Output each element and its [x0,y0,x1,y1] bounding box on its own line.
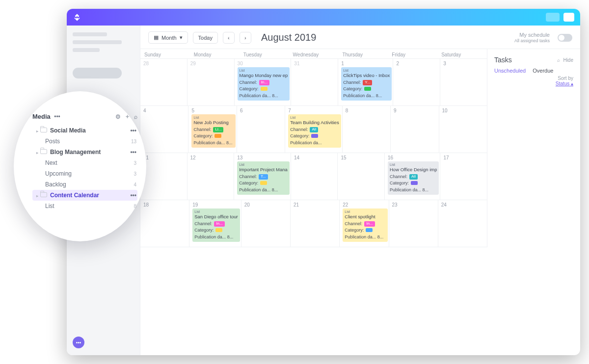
task-list-label: List [345,209,385,214]
day-cell[interactable]: 12 [187,153,235,200]
more-icon[interactable]: ••• [53,113,60,120]
task-card[interactable]: ListHow Office Design impChannel: AllCat… [388,161,439,195]
day-cell[interactable]: 1ListClickTips video - InboxChannel: Y..… [338,59,393,105]
task-card[interactable]: ListImportant Project ManaChannel: T...C… [237,161,290,195]
day-cell[interactable]: 4 [140,106,188,153]
day-cell[interactable]: 10 [439,106,487,153]
tab-unscheduled[interactable]: Unscheduled [494,68,526,74]
list-item[interactable]: Upcoming3 [32,168,137,179]
task-channel: Channel: In... [345,221,385,227]
task-card[interactable]: ListSan Diego office tourChannel: In...C… [192,208,240,242]
sort-control[interactable]: Sort by Status ▴ [494,76,573,86]
day-cell[interactable]: 20 [241,200,291,247]
view-label: Month [161,35,177,41]
day-number: 9 [394,108,437,113]
item-count: 3 [134,171,136,177]
task-channel: Channel: All [390,174,437,180]
day-header: Friday [388,49,437,58]
folder-icon [40,192,47,197]
day-cell[interactable]: 8 [343,106,391,153]
day-cell[interactable]: 6 [237,106,285,153]
skeleton-line [73,48,100,52]
calendar-table: SundayMondayTuesdayWednesdayThursdayFrid… [140,49,487,247]
task-category: Category: [193,133,233,139]
day-cell[interactable]: 29 [187,59,235,105]
task-card[interactable]: ListClickTips video - InboxChannel: Y...… [341,67,392,101]
day-cell[interactable]: 5ListNew Job PostingChannel: Li...Catego… [188,106,237,153]
task-pubdate: Publication da... 8... [343,93,390,99]
task-title: Team Building Activities [290,120,339,126]
tasks-tabs: Unscheduled Overdue [494,68,573,74]
day-number: 15 [341,155,383,160]
body: ••• ▦ Month ▾ Today ‹ › August 2019 My s… [67,26,580,355]
task-channel: Channel: In... [240,79,288,85]
today-button[interactable]: Today [193,32,218,44]
task-card[interactable]: ListClient spotlightChannel: In...Catego… [343,208,387,242]
day-number: 23 [392,202,437,208]
folder-item[interactable]: ▸Blog Management••• [32,147,137,157]
tab-overdue[interactable]: Overdue [533,68,553,74]
day-number: 31 [294,61,337,66]
folder-item[interactable]: ▸Content Calendar••• [32,190,137,201]
task-card[interactable]: ListMango Monday new epChannel: In...Cat… [238,67,290,101]
titlebar-pill[interactable] [546,13,560,22]
day-number: 16 [388,155,439,160]
day-cell[interactable]: 13ListImportant Project ManaChannel: T..… [234,153,291,200]
titlebar-square[interactable] [563,13,574,22]
list-item[interactable]: Posts13 [32,136,137,147]
day-number: 29 [190,61,233,66]
list-item[interactable]: List8 [32,201,137,211]
day-cell[interactable]: 7ListTeam Building ActivitiesChannel: Al… [285,106,342,153]
view-select[interactable]: ▦ Month ▾ [148,31,188,44]
day-cell[interactable]: 28 [140,59,187,105]
day-cell[interactable]: 2 [393,59,440,105]
day-cell[interactable]: 19ListSan Diego office tourChannel: In..… [189,200,241,247]
day-cell[interactable]: 24 [438,200,487,247]
day-number: 22 [343,202,387,208]
day-cell[interactable]: 14 [291,153,338,200]
task-list-label: List [193,115,233,120]
day-cell[interactable]: 23 [389,200,438,247]
day-number: 6 [240,108,284,113]
day-cell[interactable]: 3 [440,59,487,105]
day-number: 21 [294,202,338,208]
day-cell[interactable]: 22ListClient spotlightChannel: In...Cate… [340,200,389,247]
list-item[interactable]: Backlog4 [32,179,137,190]
day-number: 10 [442,108,486,113]
day-header: Sunday [140,49,190,58]
day-cell[interactable]: 16ListHow Office Design impChannel: AllC… [385,153,440,200]
day-header: Wednesday [289,49,339,58]
more-icon[interactable]: ••• [130,149,136,156]
task-category: Category: [240,86,288,92]
more-icon[interactable]: ••• [130,192,136,199]
gear-icon[interactable]: ⚙ [115,113,121,120]
day-cell[interactable]: 17 [440,153,487,200]
item-count: 3 [134,160,136,166]
list-item[interactable]: Next3 [32,157,137,168]
day-cell[interactable]: 31 [291,59,338,105]
plus-icon[interactable]: + [126,113,129,120]
task-title: Client spotlight [345,214,385,220]
day-number: 7 [288,108,341,113]
day-header: Thursday [338,49,388,58]
folder-item[interactable]: ▸Social Media••• [32,125,137,136]
prev-button[interactable]: ‹ [223,32,235,44]
next-button[interactable]: › [240,32,251,44]
task-card[interactable]: ListNew Job PostingChannel: Li...Categor… [191,114,235,148]
day-cell[interactable]: 30ListMango Monday new epChannel: In...C… [235,59,292,105]
day-cell[interactable]: 15 [338,153,385,200]
search-icon[interactable]: ⌕ [134,113,137,120]
day-cell[interactable]: 9 [391,106,439,153]
day-headers: SundayMondayTuesdayWednesdayThursdayFrid… [140,49,487,59]
hide-button[interactable]: ⌕ Hide [557,57,573,63]
schedule-toggle[interactable] [558,34,572,42]
task-category: Category: [343,86,390,92]
task-list-label: List [239,162,288,167]
day-cell[interactable]: 11 [140,153,187,200]
task-card[interactable]: ListTeam Building ActivitiesChannel: All… [288,114,341,148]
day-cell[interactable]: 21 [291,200,340,247]
day-cell[interactable]: 18 [140,200,189,247]
more-icon[interactable]: ••• [130,127,136,134]
space-title: Media [32,113,51,120]
chat-icon[interactable]: ••• [73,337,84,348]
